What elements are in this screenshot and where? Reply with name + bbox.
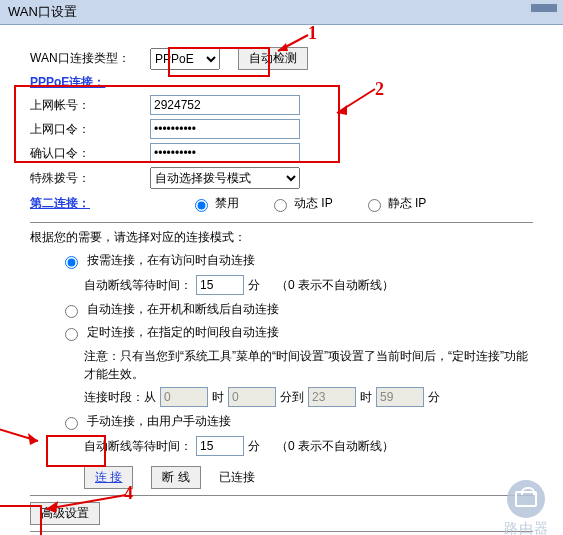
radio-static-ip[interactable]: 静态 IP [363,195,427,212]
unit-min-1: 分 [248,277,260,294]
auto-detect-button[interactable]: 自动检测 [238,47,308,70]
unit-min-2: 分 [428,389,440,406]
annotation-mark-1: 1 [308,23,317,44]
label-on-demand: 按需连接，在有访问时自动连接 [87,252,255,269]
titlebar: WAN口设置 [0,0,563,25]
label-always: 自动连接，在开机和断线后自动连接 [87,301,279,318]
autodisc-note-2: （0 表示不自动断线） [276,438,394,455]
radio-disable[interactable]: 禁用 [190,195,239,212]
period-to-hour [308,387,356,407]
connection-status: 已连接 [219,469,255,486]
radio-manual[interactable] [65,417,78,430]
divider [30,222,533,223]
advanced-settings-button[interactable]: 高级设置 [30,502,100,525]
radio-always[interactable] [65,305,78,318]
connect-button[interactable]: 连 接 [84,466,133,489]
annotation-arrow-3 [0,423,44,447]
label-password: 上网口令： [30,121,150,138]
section-second-conn-title: 第二连接： [30,195,90,212]
svg-line-4 [0,427,38,441]
autodisc-note-1: （0 表示不自动断线） [276,277,394,294]
special-dial-select[interactable]: 自动选择拨号模式 [150,167,300,189]
period-from-min [228,387,276,407]
label-confirm-password: 确认口令： [30,145,150,162]
radio-timed[interactable] [65,328,78,341]
timed-note: 注意：只有当您到“系统工具”菜单的“时间设置”项设置了当前时间后，“定时连接”功… [84,347,533,383]
radio-on-demand[interactable] [65,256,78,269]
label-period-to: 分到 [280,389,304,406]
label-account: 上网帐号： [30,97,150,114]
window-title: WAN口设置 [8,4,77,19]
label-period-from: 连接时段：从 [84,389,156,406]
label-autodisc-1: 自动断线等待时间： [84,277,192,294]
autodisc-time-input-1[interactable] [196,275,244,295]
label-autodisc-2: 自动断线等待时间： [84,438,192,455]
confirm-password-input[interactable] [150,143,300,163]
unit-min-3: 分 [248,438,260,455]
period-from-hour [160,387,208,407]
mode-description: 根据您的需要，请选择对应的连接模式： [30,229,533,246]
conn-type-select[interactable]: PPPoE [150,48,220,70]
label-conn-type: WAN口连接类型： [30,50,150,67]
section-pppoe-title: PPPoE连接： [30,74,533,91]
radio-dynamic-ip[interactable]: 动态 IP [269,195,333,212]
disconnect-button[interactable]: 断 线 [151,466,200,489]
divider-2 [30,495,533,496]
unit-hour-2: 时 [360,389,372,406]
label-manual: 手动连接，由用户手动连接 [87,413,231,430]
minimize-icon[interactable] [531,4,557,12]
label-special-dial: 特殊拨号： [30,170,150,187]
svg-marker-5 [28,433,38,445]
divider-3 [30,531,533,532]
account-input[interactable] [150,95,300,115]
unit-hour-1: 时 [212,389,224,406]
password-input[interactable] [150,119,300,139]
period-to-min [376,387,424,407]
autodisc-time-input-2[interactable] [196,436,244,456]
label-timed: 定时连接，在指定的时间段自动连接 [87,324,279,341]
